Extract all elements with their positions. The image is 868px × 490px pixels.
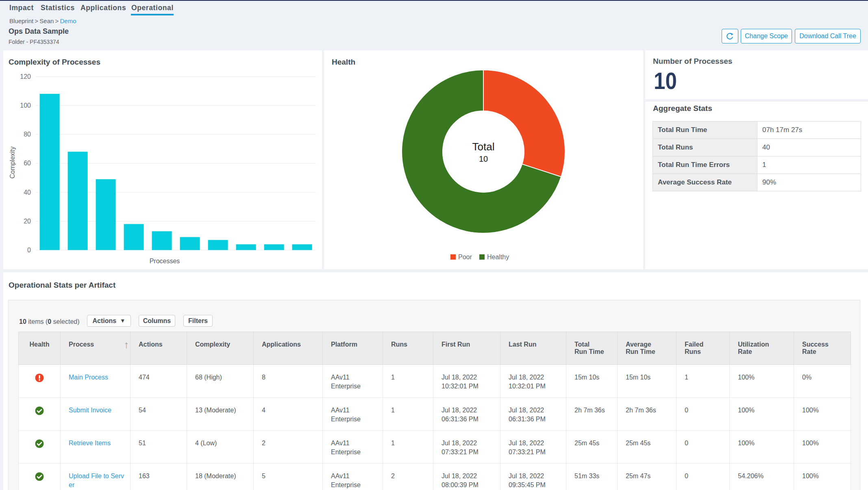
svg-text:40: 40 — [24, 189, 31, 196]
svg-text:100: 100 — [20, 102, 31, 109]
svg-text:0: 0 — [27, 247, 31, 254]
svg-text:80: 80 — [24, 131, 31, 138]
svg-text:Processes: Processes — [150, 258, 180, 265]
svg-text:Poor: Poor — [458, 254, 472, 260]
svg-text:Total: Total — [472, 141, 495, 153]
svg-text:60: 60 — [24, 160, 31, 167]
svg-text:Healthy: Healthy — [487, 254, 509, 260]
svg-text:120: 120 — [20, 73, 31, 80]
svg-text:Complexity: Complexity — [9, 146, 16, 178]
svg-text:20: 20 — [24, 218, 31, 225]
svg-text:10: 10 — [479, 154, 488, 163]
